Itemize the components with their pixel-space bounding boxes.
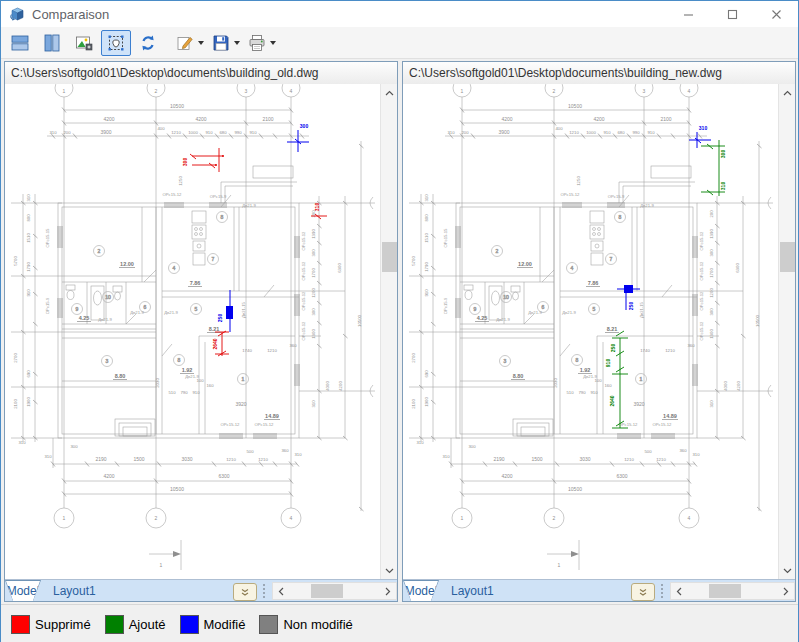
svg-text:3900: 3900 (100, 129, 111, 135)
svg-text:690: 690 (424, 370, 429, 378)
tab-scroll-button-old[interactable] (233, 583, 257, 601)
scroll-right-icon[interactable] (380, 583, 396, 599)
svg-text:10500: 10500 (357, 314, 362, 327)
export-image-button[interactable] (69, 30, 99, 56)
svg-text:2100: 2100 (411, 399, 416, 409)
plan-interior-labels: ОРс15-12 ОРс15-9 ОРс15-12 ОРс15-12 Дв21-… (475, 192, 678, 427)
svg-text:160: 160 (604, 383, 612, 388)
svg-text:400: 400 (157, 126, 165, 131)
plan-room-numbers: 2 4 7 8 9 10 6 5 3 8 1 (72, 212, 249, 385)
svg-text:ОРс15-12: ОРс15-12 (699, 231, 704, 251)
scroll-down-icon[interactable] (779, 562, 795, 579)
svg-text:4.25: 4.25 (477, 315, 488, 321)
double-chevron-down-icon (240, 588, 250, 597)
horizontal-scroll-thumb[interactable] (311, 584, 343, 598)
svg-text:6300: 6300 (337, 263, 342, 273)
horizontal-scrollbar-old[interactable] (272, 582, 397, 600)
svg-text:1: 1 (242, 376, 245, 382)
svg-text:2190: 2190 (493, 456, 504, 462)
svg-text:360: 360 (281, 448, 289, 453)
svg-text:ОРс15-12: ОРс15-12 (301, 291, 306, 311)
tile-horizontal-icon (11, 34, 29, 52)
edit-button[interactable] (173, 30, 207, 56)
tab-layout1-new[interactable]: Layout1 (439, 580, 506, 601)
tile-horizontal-button[interactable] (5, 30, 35, 56)
minimize-button[interactable] (666, 1, 710, 27)
svg-text:910: 910 (590, 390, 598, 395)
scroll-left-icon[interactable] (671, 583, 687, 599)
svg-text:1510: 1510 (26, 233, 31, 243)
refresh-icon (139, 34, 157, 52)
drawing-viewport-new[interactable]: 1 2 3 4 1 2 4 1 10500 4200 4200 2100 310… (403, 84, 795, 579)
svg-text:310: 310 (26, 194, 31, 202)
svg-text:310: 310 (294, 452, 302, 457)
removed-color-swatch (11, 615, 30, 634)
svg-text:1.92: 1.92 (182, 367, 193, 373)
minimize-icon (683, 9, 694, 20)
svg-text:4: 4 (688, 88, 691, 94)
toolbar (1, 27, 798, 59)
svg-text:2: 2 (553, 88, 556, 94)
comparison-window: Comparaison (0, 0, 799, 642)
svg-text:3: 3 (106, 358, 109, 364)
edit-dropdown-caret[interactable] (198, 41, 204, 45)
svg-text:1210: 1210 (267, 348, 277, 353)
vertical-scrollbar-old[interactable] (380, 84, 397, 579)
svg-text:6300: 6300 (616, 473, 627, 479)
svg-text:4000: 4000 (723, 381, 728, 391)
tab-model-new[interactable]: Model (403, 580, 439, 601)
close-button[interactable] (754, 1, 798, 27)
svg-text:1390: 1390 (709, 229, 714, 239)
svg-text:3900: 3900 (498, 129, 509, 135)
tab-layout1-old[interactable]: Layout1 (41, 580, 108, 601)
legend-item-added: Ajouté (105, 615, 166, 634)
file-path-header-old: C:\Users\softgold01\Desktop\documents\bu… (5, 62, 397, 85)
svg-text:1300: 1300 (311, 329, 316, 339)
save-dropdown-caret[interactable] (234, 41, 240, 45)
svg-text:8.80: 8.80 (513, 373, 524, 379)
vertical-scroll-thumb[interactable] (382, 242, 397, 272)
svg-text:250: 250 (217, 314, 223, 323)
svg-text:5: 5 (593, 306, 596, 312)
svg-text:2: 2 (496, 248, 499, 254)
svg-text:310: 310 (424, 194, 429, 202)
maximize-button[interactable] (710, 1, 754, 27)
svg-text:ОРс15-9: ОРс15-9 (45, 297, 50, 314)
svg-text:1900: 1900 (424, 397, 429, 407)
svg-text:6300: 6300 (218, 473, 229, 479)
horizontal-scrollbar-new[interactable] (670, 582, 795, 600)
print-dropdown-caret[interactable] (270, 41, 276, 45)
scroll-left-icon[interactable] (273, 583, 289, 599)
drawing-viewport-old[interactable]: 1 2 3 4 1 2 4 1 10500 4200 4200 2100 310… (5, 84, 397, 579)
horizontal-scroll-thumb[interactable] (709, 584, 741, 598)
scroll-up-icon[interactable] (381, 84, 397, 101)
svg-text:1200: 1200 (709, 288, 714, 298)
svg-text:1390: 1390 (311, 229, 316, 239)
svg-text:6: 6 (542, 304, 545, 310)
scroll-down-icon[interactable] (381, 562, 397, 579)
pan-sync-button[interactable] (101, 30, 131, 56)
tab-bar-new: Model Layout1 (403, 579, 795, 601)
floor-plan-drawing: 1 2 3 4 1 2 4 1 10500 4200 4200 2100 310… (403, 84, 778, 579)
print-button[interactable] (245, 30, 279, 56)
svg-text:300: 300 (709, 308, 714, 316)
tab-scroll-button-new[interactable] (631, 583, 655, 601)
scroll-right-icon[interactable] (778, 583, 794, 599)
vertical-scroll-thumb[interactable] (780, 242, 795, 272)
svg-text:1210: 1210 (171, 130, 181, 135)
refresh-button[interactable] (133, 30, 163, 56)
tab-model-old[interactable]: Model (5, 580, 41, 601)
svg-text:1000: 1000 (586, 130, 596, 135)
panel-new-drawing: C:\Users\softgold01\Desktop\documents\bu… (402, 61, 796, 602)
scroll-up-icon[interactable] (779, 84, 795, 101)
tile-vertical-button[interactable] (37, 30, 67, 56)
save-button[interactable] (209, 30, 243, 56)
svg-text:910: 910 (26, 289, 31, 297)
svg-text:910: 910 (424, 289, 429, 297)
svg-text:1700: 1700 (311, 268, 316, 278)
svg-text:310: 310 (699, 125, 708, 131)
plan-dim-texts: 10500 4200 4200 2100 310 200 3900 400 12… (411, 103, 760, 492)
vertical-scrollbar-new[interactable] (778, 84, 795, 579)
svg-text:1510: 1510 (424, 233, 429, 243)
svg-text:310: 310 (709, 400, 714, 408)
